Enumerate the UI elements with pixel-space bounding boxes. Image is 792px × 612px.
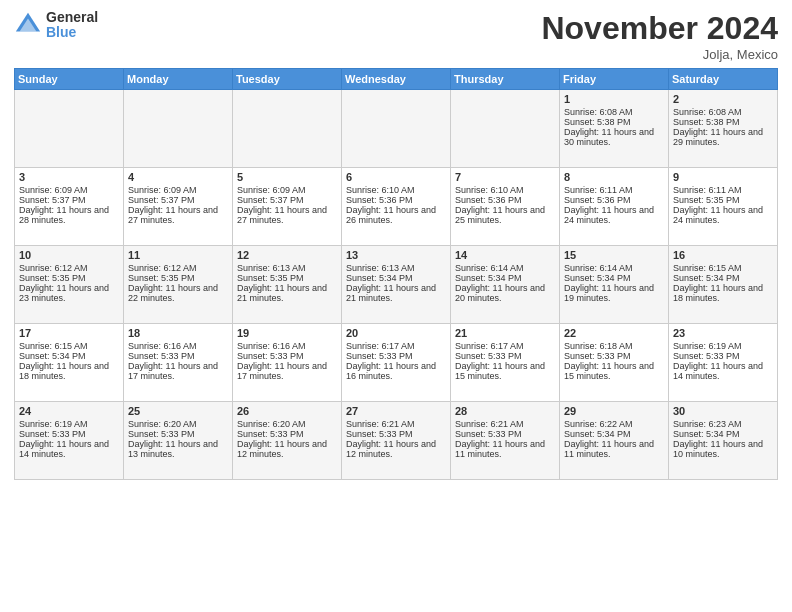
logo: General Blue (14, 10, 98, 41)
sunrise-text: Sunrise: 6:08 AM (564, 107, 664, 117)
sunrise-text: Sunrise: 6:12 AM (128, 263, 228, 273)
day-cell-13: 13Sunrise: 6:13 AMSunset: 5:34 PMDayligh… (342, 246, 451, 324)
daylight-text: Daylight: 11 hours and 10 minutes. (673, 439, 773, 459)
daylight-text: Daylight: 11 hours and 28 minutes. (19, 205, 119, 225)
col-tuesday: Tuesday (233, 69, 342, 90)
day-number: 9 (673, 171, 773, 183)
sunset-text: Sunset: 5:34 PM (564, 429, 664, 439)
day-number: 29 (564, 405, 664, 417)
daylight-text: Daylight: 11 hours and 15 minutes. (564, 361, 664, 381)
daylight-text: Daylight: 11 hours and 30 minutes. (564, 127, 664, 147)
daylight-text: Daylight: 11 hours and 18 minutes. (19, 361, 119, 381)
col-wednesday: Wednesday (342, 69, 451, 90)
day-cell-16: 16Sunrise: 6:15 AMSunset: 5:34 PMDayligh… (669, 246, 778, 324)
day-cell-5: 5Sunrise: 6:09 AMSunset: 5:37 PMDaylight… (233, 168, 342, 246)
day-cell-6: 6Sunrise: 6:10 AMSunset: 5:36 PMDaylight… (342, 168, 451, 246)
calendar-header-row: Sunday Monday Tuesday Wednesday Thursday… (15, 69, 778, 90)
col-sunday: Sunday (15, 69, 124, 90)
sunrise-text: Sunrise: 6:10 AM (346, 185, 446, 195)
calendar-table: Sunday Monday Tuesday Wednesday Thursday… (14, 68, 778, 480)
day-cell-22: 22Sunrise: 6:18 AMSunset: 5:33 PMDayligh… (560, 324, 669, 402)
empty-cell (342, 90, 451, 168)
day-number: 15 (564, 249, 664, 261)
day-number: 14 (455, 249, 555, 261)
col-monday: Monday (124, 69, 233, 90)
sunset-text: Sunset: 5:33 PM (564, 351, 664, 361)
sunset-text: Sunset: 5:34 PM (346, 273, 446, 283)
day-number: 17 (19, 327, 119, 339)
calendar-week-5: 24Sunrise: 6:19 AMSunset: 5:33 PMDayligh… (15, 402, 778, 480)
sunrise-text: Sunrise: 6:17 AM (455, 341, 555, 351)
daylight-text: Daylight: 11 hours and 24 minutes. (564, 205, 664, 225)
day-cell-7: 7Sunrise: 6:10 AMSunset: 5:36 PMDaylight… (451, 168, 560, 246)
daylight-text: Daylight: 11 hours and 12 minutes. (237, 439, 337, 459)
sunset-text: Sunset: 5:34 PM (455, 273, 555, 283)
day-number: 1 (564, 93, 664, 105)
sunrise-text: Sunrise: 6:19 AM (673, 341, 773, 351)
daylight-text: Daylight: 11 hours and 27 minutes. (128, 205, 228, 225)
sunrise-text: Sunrise: 6:16 AM (128, 341, 228, 351)
day-cell-12: 12Sunrise: 6:13 AMSunset: 5:35 PMDayligh… (233, 246, 342, 324)
calendar-week-1: 1Sunrise: 6:08 AMSunset: 5:38 PMDaylight… (15, 90, 778, 168)
sunrise-text: Sunrise: 6:11 AM (673, 185, 773, 195)
sunrise-text: Sunrise: 6:22 AM (564, 419, 664, 429)
day-cell-3: 3Sunrise: 6:09 AMSunset: 5:37 PMDaylight… (15, 168, 124, 246)
sunrise-text: Sunrise: 6:09 AM (128, 185, 228, 195)
month-title: November 2024 (541, 10, 778, 47)
logo-general-text: General (46, 10, 98, 25)
daylight-text: Daylight: 11 hours and 12 minutes. (346, 439, 446, 459)
daylight-text: Daylight: 11 hours and 24 minutes. (673, 205, 773, 225)
sunset-text: Sunset: 5:33 PM (673, 351, 773, 361)
day-number: 24 (19, 405, 119, 417)
daylight-text: Daylight: 11 hours and 16 minutes. (346, 361, 446, 381)
sunrise-text: Sunrise: 6:20 AM (128, 419, 228, 429)
sunrise-text: Sunrise: 6:21 AM (346, 419, 446, 429)
empty-cell (15, 90, 124, 168)
day-number: 13 (346, 249, 446, 261)
day-number: 19 (237, 327, 337, 339)
calendar-week-4: 17Sunrise: 6:15 AMSunset: 5:34 PMDayligh… (15, 324, 778, 402)
daylight-text: Daylight: 11 hours and 18 minutes. (673, 283, 773, 303)
sunset-text: Sunset: 5:34 PM (673, 429, 773, 439)
sunrise-text: Sunrise: 6:14 AM (564, 263, 664, 273)
day-cell-1: 1Sunrise: 6:08 AMSunset: 5:38 PMDaylight… (560, 90, 669, 168)
empty-cell (451, 90, 560, 168)
header: General Blue November 2024 Jolja, Mexico (14, 10, 778, 62)
day-number: 4 (128, 171, 228, 183)
daylight-text: Daylight: 11 hours and 17 minutes. (237, 361, 337, 381)
logo-blue-text: Blue (46, 25, 98, 40)
day-cell-19: 19Sunrise: 6:16 AMSunset: 5:33 PMDayligh… (233, 324, 342, 402)
sunrise-text: Sunrise: 6:12 AM (19, 263, 119, 273)
sunset-text: Sunset: 5:34 PM (19, 351, 119, 361)
sunset-text: Sunset: 5:33 PM (455, 351, 555, 361)
sunset-text: Sunset: 5:34 PM (564, 273, 664, 283)
daylight-text: Daylight: 11 hours and 13 minutes. (128, 439, 228, 459)
daylight-text: Daylight: 11 hours and 23 minutes. (19, 283, 119, 303)
sunrise-text: Sunrise: 6:17 AM (346, 341, 446, 351)
sunset-text: Sunset: 5:33 PM (346, 429, 446, 439)
day-number: 5 (237, 171, 337, 183)
day-number: 16 (673, 249, 773, 261)
sunset-text: Sunset: 5:34 PM (673, 273, 773, 283)
daylight-text: Daylight: 11 hours and 19 minutes. (564, 283, 664, 303)
day-number: 26 (237, 405, 337, 417)
sunrise-text: Sunrise: 6:13 AM (346, 263, 446, 273)
day-number: 22 (564, 327, 664, 339)
day-number: 27 (346, 405, 446, 417)
sunset-text: Sunset: 5:36 PM (455, 195, 555, 205)
day-cell-15: 15Sunrise: 6:14 AMSunset: 5:34 PMDayligh… (560, 246, 669, 324)
sunset-text: Sunset: 5:35 PM (237, 273, 337, 283)
sunset-text: Sunset: 5:33 PM (128, 429, 228, 439)
sunset-text: Sunset: 5:35 PM (673, 195, 773, 205)
day-number: 23 (673, 327, 773, 339)
sunrise-text: Sunrise: 6:09 AM (19, 185, 119, 195)
daylight-text: Daylight: 11 hours and 11 minutes. (564, 439, 664, 459)
day-number: 6 (346, 171, 446, 183)
day-cell-8: 8Sunrise: 6:11 AMSunset: 5:36 PMDaylight… (560, 168, 669, 246)
sunrise-text: Sunrise: 6:15 AM (673, 263, 773, 273)
sunset-text: Sunset: 5:37 PM (19, 195, 119, 205)
day-cell-26: 26Sunrise: 6:20 AMSunset: 5:33 PMDayligh… (233, 402, 342, 480)
day-cell-24: 24Sunrise: 6:19 AMSunset: 5:33 PMDayligh… (15, 402, 124, 480)
sunrise-text: Sunrise: 6:13 AM (237, 263, 337, 273)
sunrise-text: Sunrise: 6:14 AM (455, 263, 555, 273)
